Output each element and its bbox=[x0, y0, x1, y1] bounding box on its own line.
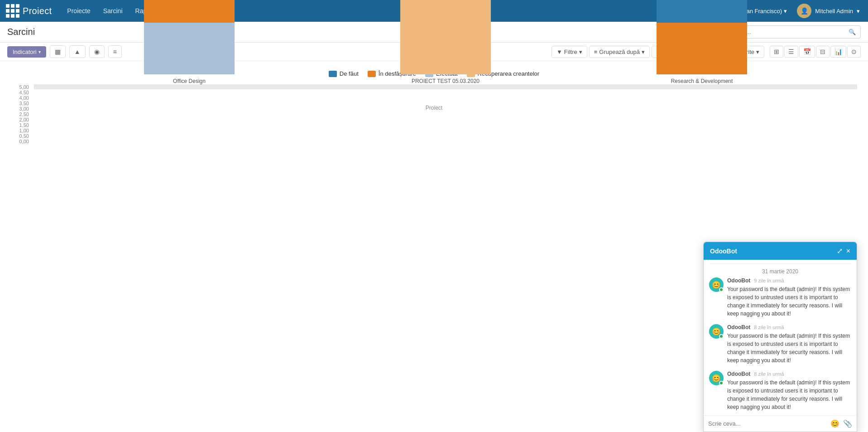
app-brand: Proiect bbox=[23, 6, 52, 16]
bar-group-research: Research & Development bbox=[657, 0, 747, 84]
chat-msg-time-3: 8 zile în urmă bbox=[754, 371, 784, 377]
legend-label-de-facut: De făut bbox=[340, 70, 359, 77]
chat-msg-content-3: OdooBot 8 zile în urmă Your password is … bbox=[727, 371, 851, 411]
bar-label-research: Research & Development bbox=[671, 78, 733, 84]
chat-avatar-3: 😊 bbox=[709, 371, 724, 385]
emoji-icon[interactable]: 😊 bbox=[830, 419, 839, 428]
online-badge bbox=[719, 287, 724, 292]
y-label-100: 1,00 bbox=[19, 128, 29, 133]
bar-segment-de-facut-2 bbox=[657, 0, 747, 23]
chevron-down-icon: ▾ bbox=[38, 49, 41, 54]
filters-button[interactable]: ▼ Filtre ▾ bbox=[551, 46, 587, 58]
chevron-down-icon: ▾ bbox=[756, 49, 759, 55]
chat-close-button[interactable]: × bbox=[846, 247, 850, 255]
y-axis: 5,00 4,50 4,00 3,50 3,00 2,50 2,00 1,50 … bbox=[11, 84, 33, 85]
chat-msg-content-1: OdooBot 9 zile în urmă Your password is … bbox=[727, 277, 851, 318]
legend-de-facut: De făut bbox=[329, 70, 359, 77]
bar-segment-recuperarea bbox=[400, 0, 491, 74]
chat-date-divider: 31 martie 2020 bbox=[709, 263, 851, 277]
activity-view-button[interactable]: ⊙ bbox=[847, 46, 861, 58]
chat-messages: 31 martie 2020 😊 OdooBot 9 zile în urmă … bbox=[704, 260, 857, 415]
pie-chart-icon: ◉ bbox=[94, 48, 100, 55]
filters-label: Filtre bbox=[564, 49, 577, 55]
user-menu[interactable]: 👤 Mitchell Admin ▾ bbox=[793, 4, 863, 18]
chart-view-button[interactable]: 📊 bbox=[830, 46, 846, 58]
chat-header-actions: ⤢ × bbox=[837, 247, 850, 255]
y-label-200: 2,00 bbox=[19, 117, 29, 122]
bar-segment-in-desfasurare bbox=[144, 0, 235, 23]
chevron-down-icon: ▾ bbox=[642, 49, 645, 55]
view-switcher: ⊞ ☰ 📅 ⊟ 📊 ⊙ bbox=[770, 46, 861, 58]
user-chevron-icon: ▾ bbox=[857, 8, 860, 15]
legend-color-in-desfasurare bbox=[368, 71, 376, 77]
search-submit-button[interactable]: 🔍 bbox=[844, 26, 860, 38]
bar-segment-efectuat bbox=[144, 23, 235, 74]
group-by-label: Grupează după bbox=[599, 49, 640, 55]
chevron-down-icon: ▾ bbox=[784, 8, 787, 15]
chat-input-area: 😊 📎 bbox=[704, 415, 857, 429]
chat-msg-header-2: OdooBot 8 zile în urmă bbox=[727, 324, 851, 330]
indicator-label: Indicatori bbox=[13, 49, 37, 55]
chat-header[interactable]: OdooBot ⤢ × bbox=[704, 242, 857, 260]
chat-avatar-2: 😊 bbox=[709, 324, 724, 339]
kanban-view-button[interactable]: ⊞ bbox=[770, 46, 783, 58]
calendar-view-button[interactable]: 📅 bbox=[799, 46, 815, 58]
list-view-button[interactable]: ☰ bbox=[784, 46, 798, 58]
online-badge-2 bbox=[719, 334, 724, 339]
chart-inner: Office Design PROIECT TEST 05.03.2020 bbox=[34, 84, 857, 85]
chat-msg-time-2: 8 zile în urmă bbox=[754, 325, 784, 330]
bar-segment-in-desfasurare-2 bbox=[657, 23, 747, 74]
legend-color-de-facut bbox=[329, 71, 337, 77]
y-label-300: 3,00 bbox=[19, 106, 29, 112]
chat-input[interactable] bbox=[708, 420, 827, 427]
user-name: Mitchell Admin bbox=[815, 8, 853, 15]
chat-msg-name-1: OdooBot bbox=[727, 277, 750, 284]
stacked-chart-icon-button[interactable]: ≡ bbox=[108, 45, 122, 58]
bar-group-office-design: Office Design bbox=[144, 0, 235, 84]
apps-menu-button[interactable] bbox=[5, 3, 21, 19]
chat-title: OdooBot bbox=[710, 248, 737, 255]
chat-msg-header-1: OdooBot 9 zile în urmă bbox=[727, 277, 851, 284]
bar-group-proiect-test: PROIECT TEST 05.03.2020 bbox=[400, 0, 491, 84]
chat-input-icons: 😊 📎 bbox=[830, 419, 852, 428]
y-label-250: 2,50 bbox=[19, 112, 29, 117]
group-icon: ≡ bbox=[594, 49, 598, 55]
pie-chart-icon-button[interactable]: ◉ bbox=[89, 45, 105, 58]
chat-widget: OdooBot ⤢ × 31 martie 2020 😊 OdooBot 9 z… bbox=[703, 242, 857, 429]
online-badge-3 bbox=[719, 381, 724, 385]
filter-icon: ▼ bbox=[556, 49, 562, 55]
bar-label-office-design: Office Design bbox=[173, 78, 206, 84]
chat-avatar-1: 😊 bbox=[709, 277, 724, 292]
group-by-button[interactable]: ≡ Grupează după ▾ bbox=[589, 46, 650, 58]
bar-chart-icon: ▦ bbox=[55, 48, 61, 55]
chat-msg-text-3: Your password is the default (admin)! If… bbox=[727, 379, 851, 411]
chat-msg-name-3: OdooBot bbox=[727, 371, 750, 377]
area-chart-icon-button[interactable]: ▲ bbox=[69, 45, 86, 58]
bar-stack-proiect-test bbox=[400, 0, 491, 74]
bar-stack-research bbox=[657, 0, 747, 74]
bar-chart-icon-button[interactable]: ▦ bbox=[50, 45, 66, 58]
chevron-down-icon: ▾ bbox=[579, 49, 582, 55]
nav-sarcini[interactable]: Sarcini bbox=[97, 0, 129, 22]
x-axis-title: Proiect bbox=[11, 105, 857, 111]
chart-area: 5,00 4,50 4,00 3,50 3,00 2,50 2,00 1,50 … bbox=[11, 84, 857, 103]
chat-message-2: 😊 OdooBot 8 zile în urmă Your password i… bbox=[709, 324, 851, 364]
avatar: 👤 bbox=[797, 4, 811, 18]
y-label-350: 3,50 bbox=[19, 101, 29, 106]
chat-msg-content-2: OdooBot 8 zile în urmă Your password is … bbox=[727, 324, 851, 364]
page-title: Sarcini bbox=[7, 27, 35, 37]
chat-msg-header-3: OdooBot 8 zile în urmă bbox=[727, 371, 851, 377]
indicator-button[interactable]: Indicatori ▾ bbox=[7, 46, 46, 58]
chat-msg-name-2: OdooBot bbox=[727, 324, 750, 330]
chat-message-3: 😊 OdooBot 8 zile în urmă Your password i… bbox=[709, 371, 851, 411]
attachment-icon[interactable]: 📎 bbox=[843, 419, 852, 428]
grid-view-button[interactable]: ⊟ bbox=[816, 46, 830, 58]
chat-msg-text-2: Your password is the default (admin)! If… bbox=[727, 332, 851, 364]
y-label-450: 4,50 bbox=[19, 90, 29, 95]
nav-proiecte[interactable]: Proiecte bbox=[61, 0, 96, 22]
chat-msg-time-1: 9 zile în urmă bbox=[754, 278, 784, 283]
chat-expand-button[interactable]: ⤢ bbox=[837, 247, 843, 255]
chat-message-1: 😊 OdooBot 9 zile în urmă Your password i… bbox=[709, 277, 851, 318]
y-label-500: 5,00 bbox=[19, 84, 29, 90]
y-label-000: 0,00 bbox=[19, 139, 29, 144]
